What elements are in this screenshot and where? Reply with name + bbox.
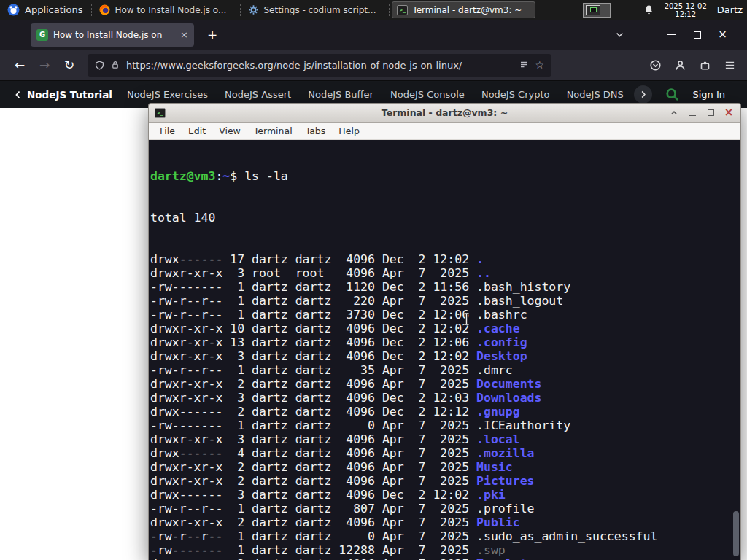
close-button[interactable]: × <box>710 26 735 44</box>
pocket-icon[interactable] <box>650 60 661 71</box>
terminal-line: drwxr-xr-x 13 dartz dartz 4096 Dec 2 12:… <box>150 335 740 349</box>
nav-scroll-right-button[interactable] <box>634 85 652 104</box>
menu-tabs[interactable]: Tabs <box>299 125 333 136</box>
sign-in-button[interactable]: Sign In <box>692 89 725 100</box>
tab-close-icon[interactable]: × <box>180 30 188 39</box>
directory-name: .pki <box>476 488 506 502</box>
panel-user-button[interactable]: Dartz <box>717 4 743 15</box>
terminal-line: drwxr-xr-x 2 dartz dartz 4096 Apr 7 2025… <box>150 377 740 391</box>
file-attributes: -rw-r--r-- 1 dartz dartz 0 Apr 7 2025 <box>150 529 476 543</box>
applications-icon <box>7 4 20 16</box>
site-nav-link[interactable]: NodeJS DNS <box>567 89 624 100</box>
taskbar-window-terminal[interactable]: Terminal - dartz@vm3: ~ <box>392 1 535 18</box>
file-attributes: drwxr-xr-x 10 dartz dartz 4096 Dec 2 12:… <box>150 322 476 335</box>
file-attributes: drwxr-xr-x 2 dartz dartz 4096 Apr 7 2025 <box>150 557 476 560</box>
reader-mode-icon[interactable] <box>519 61 528 69</box>
scrollbar-thumb[interactable] <box>733 511 739 556</box>
lock-icon[interactable] <box>111 61 120 69</box>
site-nav-link[interactable]: NodeJS Exercises <box>127 89 208 100</box>
bookmark-star-icon[interactable]: ☆ <box>535 59 544 71</box>
maximize-button[interactable] <box>684 26 710 44</box>
file-attributes: -rw------- 1 dartz dartz 12288 Apr 7 202… <box>150 543 476 557</box>
back-button[interactable]: ← <box>7 54 32 76</box>
terminal-total-line: total 140 <box>150 211 740 225</box>
menu-help[interactable]: Help <box>332 125 366 136</box>
file-name: .sudo_as_admin_successful <box>476 529 657 543</box>
panel-status-area: 2025-12-02 12:12 Dartz <box>643 2 747 18</box>
directory-name: Public <box>476 516 520 529</box>
toolbar-right-icons <box>650 60 747 71</box>
file-attributes: drwxr-xr-x 2 dartz dartz 4096 Apr 7 2025 <box>150 460 476 474</box>
taskbar-window-browser[interactable]: How to Install Node.js o... <box>94 1 238 18</box>
site-nav-link[interactable]: NodeJS Assert <box>225 89 291 100</box>
file-attributes: drwxr-xr-x 2 dartz dartz 4096 Apr 7 2025 <box>150 377 476 391</box>
directory-name: .gnupg <box>476 405 520 419</box>
site-nav-link[interactable]: NodeJS Crypto <box>481 89 550 100</box>
terminal-line: -rw------- 1 dartz dartz 12288 Apr 7 202… <box>150 543 740 557</box>
browser-tab-bar: G How to Install Node.js on × + × <box>0 20 747 50</box>
notification-bell-icon[interactable] <box>643 4 654 15</box>
site-nav-link[interactable]: NodeJS Console <box>390 89 465 100</box>
terminal-maximize-button[interactable] <box>705 107 716 119</box>
extensions-puzzle-icon[interactable] <box>700 60 711 71</box>
pager-terminal-mini-icon <box>590 7 597 12</box>
site-search-icon[interactable] <box>665 88 679 101</box>
terminal-line: drwxr-xr-x 10 dartz dartz 4096 Dec 2 12:… <box>150 322 740 335</box>
taskbar-window-title: Terminal - dartz@vm3: ~ <box>412 5 522 15</box>
directory-name: Downloads <box>476 391 541 405</box>
minimize-button[interactable] <box>659 26 684 44</box>
site-nav-active[interactable]: NodeJS Tutorial <box>15 89 112 101</box>
menu-edit[interactable]: Edit <box>182 125 212 136</box>
tab-title: How to Install Node.js on <box>53 30 175 40</box>
site-nav-right: Sign In <box>634 85 747 104</box>
chevron-left-icon[interactable] <box>15 90 21 99</box>
account-icon[interactable] <box>675 60 686 71</box>
terminal-titlebar[interactable]: Terminal - dartz@vm3: ~ × <box>149 104 740 122</box>
directory-name: .config <box>476 335 527 349</box>
menu-file[interactable]: File <box>153 125 182 136</box>
site-nav-link[interactable]: NodeJS Buffer <box>308 89 374 100</box>
minimize-icon <box>667 34 676 35</box>
terminal-minimize-button[interactable] <box>686 107 698 119</box>
menu-terminal[interactable]: Terminal <box>247 125 299 136</box>
directory-name: Documents <box>476 377 541 391</box>
tracking-shield-icon[interactable] <box>95 61 104 70</box>
file-attributes: -rw-r--r-- 1 dartz dartz 807 Apr 7 2025 <box>150 502 476 516</box>
close-icon: × <box>718 29 727 40</box>
file-attributes: -rw-r--r-- 1 dartz dartz 35 Apr 7 2025 <box>150 363 476 377</box>
prompt-separator: : <box>215 169 222 183</box>
reload-button[interactable]: ↻ <box>57 54 82 76</box>
prompt-path: ~ <box>222 169 230 183</box>
file-attributes: drwx------ 2 dartz dartz 4096 Dec 2 12:1… <box>150 405 476 419</box>
forward-button[interactable]: → <box>32 54 57 76</box>
terminal-scrollbar[interactable] <box>732 140 739 560</box>
menu-hamburger-icon[interactable] <box>724 60 735 71</box>
file-attributes: drwxr-xr-x 3 root root 4096 Apr 7 2025 <box>150 266 476 280</box>
terminal-line: drwx------ 17 dartz dartz 4096 Dec 2 12:… <box>150 252 740 266</box>
url-bar[interactable]: https://www.geeksforgeeks.org/node-js/in… <box>88 54 551 77</box>
applications-menu-button[interactable]: Applications <box>0 0 90 20</box>
terminal-screen[interactable]: dartz@vm3:~$ ls -la total 140 drwx------… <box>149 140 740 560</box>
browser-tab[interactable]: G How to Install Node.js on × <box>31 23 194 47</box>
directory-name: . <box>476 252 484 266</box>
taskbar-window-settings[interactable]: Settings - codium script... <box>243 1 387 18</box>
shade-button[interactable] <box>668 107 680 119</box>
menu-view[interactable]: View <box>212 125 247 136</box>
terminal-line: -rw-r--r-- 1 dartz dartz 220 Apr 7 2025 … <box>150 294 740 308</box>
new-tab-button[interactable]: + <box>203 28 222 42</box>
file-name: .dmrc <box>476 363 513 377</box>
terminal-window: Terminal - dartz@vm3: ~ × File Edit View… <box>148 103 741 560</box>
terminal-close-button[interactable]: × <box>723 107 735 119</box>
panel-clock[interactable]: 2025-12-02 12:12 <box>665 2 707 18</box>
clock-date: 2025-12-02 <box>665 2 707 10</box>
file-name: .bashrc <box>476 308 527 322</box>
terminal-icon <box>397 5 408 15</box>
maximize-icon <box>694 31 701 39</box>
terminal-line: drwxr-xr-x 3 dartz dartz 4096 Dec 2 12:0… <box>150 349 740 363</box>
taskbar-window-title: Settings - codium script... <box>263 5 376 15</box>
file-attributes: -rw------- 1 dartz dartz 1120 Dec 2 11:5… <box>150 280 476 294</box>
directory-name: Pictures <box>476 474 534 488</box>
list-all-tabs-icon[interactable] <box>616 31 624 39</box>
workspace-pager[interactable] <box>583 3 611 18</box>
site-nav-active-label: NodeJS Tutorial <box>27 89 112 101</box>
